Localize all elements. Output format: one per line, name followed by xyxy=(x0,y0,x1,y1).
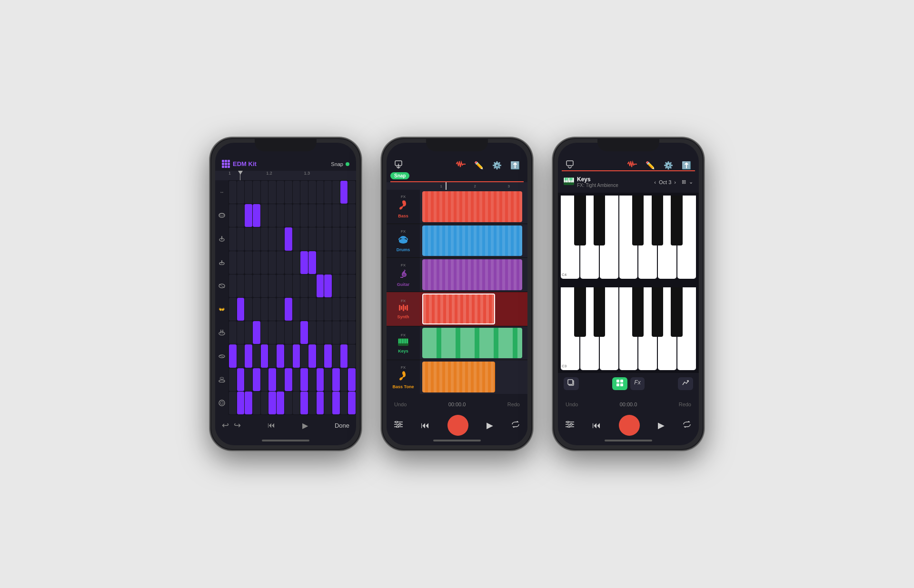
drum-cell-6-4[interactable] xyxy=(261,321,268,344)
drum-cell-3-5[interactable] xyxy=(268,251,276,274)
bass-clip[interactable] xyxy=(422,191,522,222)
drum-cell-3-2[interactable] xyxy=(245,251,252,274)
drum-cell-0-12[interactable] xyxy=(324,181,332,204)
drum-cell-4-4[interactable] xyxy=(261,274,268,297)
drum-cell-6-8[interactable] xyxy=(293,321,300,344)
drum-cell-7-6[interactable] xyxy=(277,344,284,367)
drum-cell-1-6[interactable] xyxy=(277,204,284,227)
drum-cell-5-0[interactable] xyxy=(229,298,237,321)
drum-cell-6-9[interactable] xyxy=(300,321,308,344)
synth-clips[interactable] xyxy=(420,292,527,326)
rewind-button[interactable]: ⏮ xyxy=(268,421,275,430)
drum-cell-9-9[interactable] xyxy=(300,392,308,414)
mixer-btn-3[interactable] xyxy=(566,421,574,430)
drum-cell-9-3[interactable] xyxy=(253,392,260,414)
drum-cell-6-15[interactable] xyxy=(348,321,356,344)
drum-cell-5-8[interactable] xyxy=(293,298,300,321)
drum-cell-2-4[interactable] xyxy=(261,227,268,250)
drum-cell-2-2[interactable] xyxy=(245,227,252,250)
redo-label-3[interactable]: Redo xyxy=(679,402,691,407)
drum-cell-0-2[interactable] xyxy=(245,181,252,204)
drum-cell-8-13[interactable] xyxy=(332,368,340,391)
drum-cell-6-5[interactable] xyxy=(268,321,276,344)
drum-cell-3-6[interactable] xyxy=(277,251,284,274)
drum-cell-3-13[interactable] xyxy=(332,251,340,274)
drum-cell-5-12[interactable] xyxy=(324,298,332,321)
drum-cell-9-10[interactable] xyxy=(308,392,316,414)
white-keys-c4[interactable] xyxy=(561,196,696,279)
drum-cell-5-3[interactable] xyxy=(253,298,260,321)
drum-cell-4-0[interactable] xyxy=(229,274,237,297)
drum-cell-0-11[interactable] xyxy=(317,181,324,204)
drum-cell-6-6[interactable] xyxy=(277,321,284,344)
drum-cell-6-2[interactable] xyxy=(245,321,252,344)
drum-cell-6-3[interactable] xyxy=(253,321,260,344)
drum-cell-0-0[interactable] xyxy=(229,181,237,204)
drum-cell-9-11[interactable] xyxy=(317,392,324,414)
drum-cell-8-4[interactable] xyxy=(261,368,268,391)
drum-cell-7-1[interactable] xyxy=(237,344,245,367)
drum-cell-4-13[interactable] xyxy=(332,274,340,297)
drum-cell-1-12[interactable] xyxy=(324,204,332,227)
upload-icon-3[interactable]: ⬆️ xyxy=(682,161,691,170)
drum-cell-8-0[interactable] xyxy=(229,368,237,391)
drum-cell-2-13[interactable] xyxy=(332,227,340,250)
drum-cell-5-14[interactable] xyxy=(340,298,348,321)
drum-cell-9-4[interactable] xyxy=(261,392,268,414)
key-e3[interactable] xyxy=(600,287,618,371)
drum-cell-1-11[interactable] xyxy=(317,204,324,227)
drum-cell-2-0[interactable] xyxy=(229,227,237,250)
drum-cell-2-8[interactable] xyxy=(293,227,300,250)
pencil-icon-3[interactable]: ✏️ xyxy=(646,161,655,170)
key-b3[interactable] xyxy=(677,287,696,371)
drum-cell-2-9[interactable] xyxy=(300,227,308,250)
drum-cell-8-5[interactable] xyxy=(268,368,276,391)
guitar-clips[interactable] xyxy=(420,258,527,292)
drum-cell-3-1[interactable] xyxy=(237,251,245,274)
drum-cell-3-15[interactable] xyxy=(348,251,356,274)
drum-cell-4-8[interactable] xyxy=(293,274,300,297)
drum-cell-6-0[interactable] xyxy=(229,321,237,344)
drum-cell-5-9[interactable] xyxy=(300,298,308,321)
drum-cell-5-15[interactable] xyxy=(348,298,356,321)
drums-clips[interactable] xyxy=(420,224,527,258)
drum-cell-0-9[interactable] xyxy=(300,181,308,204)
key-b4[interactable] xyxy=(677,196,696,279)
drum-cell-3-4[interactable] xyxy=(261,251,268,274)
basstune-clips[interactable] xyxy=(420,360,527,394)
drum-cell-7-8[interactable] xyxy=(293,344,300,367)
record-btn-2[interactable] xyxy=(447,415,468,436)
drum-cell-4-12[interactable] xyxy=(324,274,332,297)
drum-grid[interactable] xyxy=(228,180,356,415)
drum-cell-5-6[interactable] xyxy=(277,298,284,321)
drum-cell-5-7[interactable] xyxy=(285,298,292,321)
drum-cell-7-0[interactable] xyxy=(229,344,237,367)
drum-cell-8-10[interactable] xyxy=(308,368,316,391)
drum-cell-1-0[interactable] xyxy=(229,204,237,227)
drum-cell-8-2[interactable] xyxy=(245,368,252,391)
drum-cell-8-11[interactable] xyxy=(317,368,324,391)
done-button[interactable]: Done xyxy=(335,422,349,429)
drum-cell-3-8[interactable] xyxy=(293,251,300,274)
drum-cell-0-5[interactable] xyxy=(268,181,276,204)
undo-button[interactable]: ↩ xyxy=(222,420,229,431)
drum-cell-9-14[interactable] xyxy=(340,392,348,414)
prev-oct-btn[interactable]: ‹ xyxy=(654,179,656,185)
redo-button[interactable]: ↪ xyxy=(234,420,241,431)
drum-cell-7-7[interactable] xyxy=(285,344,292,367)
guitar-clip[interactable] xyxy=(422,259,522,290)
drum-cell-9-2[interactable] xyxy=(245,392,252,414)
key-d3[interactable] xyxy=(580,287,599,371)
drum-cell-0-10[interactable] xyxy=(308,181,316,204)
keys-clip[interactable] xyxy=(422,328,522,359)
drum-cell-0-13[interactable] xyxy=(332,181,340,204)
drum-cell-1-4[interactable] xyxy=(261,204,268,227)
expand-btn[interactable]: ⌄ xyxy=(689,179,693,185)
drum-cell-9-15[interactable] xyxy=(348,392,356,414)
drum-cell-2-10[interactable] xyxy=(308,227,316,250)
drum-cell-6-13[interactable] xyxy=(332,321,340,344)
drum-cell-8-7[interactable] xyxy=(285,368,292,391)
settings-icon[interactable]: ⚙️ xyxy=(492,161,502,170)
drum-cell-4-6[interactable] xyxy=(277,274,284,297)
drum-cell-0-15[interactable] xyxy=(348,181,356,204)
